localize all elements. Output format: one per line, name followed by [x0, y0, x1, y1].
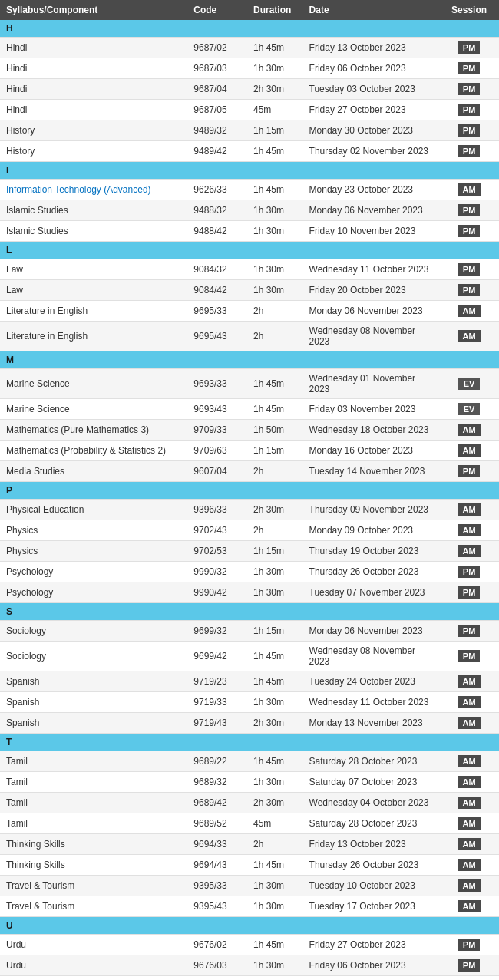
- syllabus-name: Urdu: [0, 935, 187, 955]
- exam-date: Tuesday 07 November 2023: [303, 582, 440, 603]
- syllabus-name: Hindi: [0, 100, 187, 120]
- syllabus-code: 9694/33: [187, 834, 247, 855]
- exam-date: Friday 27 October 2023: [303, 100, 440, 120]
- session-cell: PM: [439, 259, 499, 280]
- session-badge: AM: [458, 675, 481, 688]
- session-cell: EV: [439, 399, 499, 420]
- table-row: Urdu9676/031h 30mFriday 06 October 2023P…: [0, 955, 499, 976]
- table-row: Thinking Skills9694/332hFriday 13 Octobe…: [0, 834, 499, 855]
- section-header-i: I: [0, 162, 499, 180]
- session-badge: PM: [458, 62, 481, 74]
- exam-date: Monday 06 November 2023: [303, 301, 440, 322]
- table-row: Law9084/421h 30mFriday 20 October 2023PM: [0, 280, 499, 301]
- session-cell: PM: [439, 621, 499, 642]
- session-cell: PM: [439, 280, 499, 301]
- exam-date: Friday 03 November 2023: [303, 399, 440, 420]
- syllabus-name: Spanish: [0, 713, 187, 734]
- session-cell: PM: [439, 935, 499, 955]
- syllabus-code: 9676/04: [187, 976, 247, 981]
- section-letter: H: [0, 20, 499, 38]
- exam-duration: 1h 45m: [247, 38, 303, 58]
- exam-duration: 1h 45m: [247, 642, 303, 671]
- session-cell: AM: [439, 441, 499, 461]
- exam-date: Tuesday 10 October 2023: [303, 876, 440, 896]
- syllabus-code: 9084/42: [187, 280, 247, 301]
- syllabus-code: 9396/33: [187, 500, 247, 520]
- exam-duration: 1h 30m: [247, 582, 303, 603]
- exam-duration: 1h 45m: [247, 935, 303, 955]
- exam-duration: 1h 45m: [247, 141, 303, 162]
- table-row: Sociology9699/421h 45mWednesday 08 Novem…: [0, 642, 499, 671]
- session-cell: AM: [439, 834, 499, 855]
- syllabus-code: 9687/04: [187, 79, 247, 100]
- exam-date: Wednesday 04 October 2023: [303, 793, 440, 813]
- exam-duration: 1h 45m: [247, 671, 303, 692]
- session-badge: AM: [458, 545, 481, 557]
- exam-date: Tuesday 03 October 2023: [303, 976, 440, 981]
- session-cell: AM: [439, 541, 499, 562]
- syllabus-code: 9488/42: [187, 221, 247, 242]
- session-cell: PM: [439, 642, 499, 671]
- section-letter: T: [0, 734, 499, 751]
- syllabus-name: Media Studies: [0, 461, 187, 482]
- table-row: Psychology9990/321h 30mThursday 26 Octob…: [0, 562, 499, 582]
- session-badge: AM: [458, 305, 481, 317]
- session-badge: AM: [458, 859, 481, 871]
- table-row: Hindi9687/031h 30mFriday 06 October 2023…: [0, 58, 499, 79]
- session-cell: AM: [439, 692, 499, 713]
- session-cell: AM: [439, 793, 499, 813]
- syllabus-code: 9676/03: [187, 955, 247, 976]
- session-cell: PM: [439, 461, 499, 482]
- table-row: Sociology9699/321h 15mMonday 06 November…: [0, 621, 499, 642]
- table-row: Tamil9689/422h 30mWednesday 04 October 2…: [0, 793, 499, 813]
- section-header-l: L: [0, 242, 499, 259]
- syllabus-name: Travel & Tourism: [0, 896, 187, 917]
- session-cell: AM: [439, 713, 499, 734]
- session-badge: EV: [458, 403, 480, 415]
- syllabus-code: 9689/52: [187, 813, 247, 834]
- syllabus-code: 9699/32: [187, 621, 247, 642]
- session-badge: PM: [458, 650, 481, 662]
- syllabus-name: Physical Education: [0, 500, 187, 520]
- exam-date: Saturday 07 October 2023: [303, 772, 440, 793]
- table-row: Physics9702/531h 15mThursday 19 October …: [0, 541, 499, 562]
- table-row: Hindi9687/0545mFriday 27 October 2023PM: [0, 100, 499, 120]
- header-session: Session: [439, 0, 499, 20]
- syllabus-code: 9489/32: [187, 120, 247, 141]
- exam-date: Friday 13 October 2023: [303, 38, 440, 58]
- session-cell: PM: [439, 120, 499, 141]
- table-row: Islamic Studies9488/321h 30mMonday 06 No…: [0, 200, 499, 221]
- exam-duration: 2h: [247, 322, 303, 351]
- exam-duration: 45m: [247, 100, 303, 120]
- section-header-s: S: [0, 603, 499, 621]
- exam-date: Monday 06 November 2023: [303, 200, 440, 221]
- session-cell: PM: [439, 955, 499, 976]
- exam-duration: 1h 30m: [247, 562, 303, 582]
- session-badge: AM: [458, 900, 481, 912]
- table-row: Travel & Tourism9395/431h 30mTuesday 17 …: [0, 896, 499, 917]
- syllabus-name: History: [0, 141, 187, 162]
- exam-date: Monday 30 October 2023: [303, 120, 440, 141]
- syllabus-name: Spanish: [0, 692, 187, 713]
- syllabus-code: 9689/32: [187, 772, 247, 793]
- exam-date: Thursday 26 October 2023: [303, 855, 440, 876]
- session-badge: PM: [458, 939, 481, 951]
- exam-date: Thursday 26 October 2023: [303, 562, 440, 582]
- exam-duration: 1h 50m: [247, 420, 303, 441]
- section-letter: P: [0, 482, 499, 500]
- session-badge: PM: [458, 959, 481, 972]
- section-header-t: T: [0, 734, 499, 751]
- syllabus-name: Tamil: [0, 772, 187, 793]
- syllabus-name: Urdu: [0, 976, 187, 981]
- syllabus-name: Psychology: [0, 562, 187, 582]
- syllabus-code: 9693/33: [187, 369, 247, 399]
- syllabus-name: History: [0, 120, 187, 141]
- exam-duration: 2h 30m: [247, 500, 303, 520]
- syllabus-code: 9395/33: [187, 876, 247, 896]
- exam-date: Friday 20 October 2023: [303, 280, 440, 301]
- exam-date: Monday 09 October 2023: [303, 520, 440, 541]
- exam-date: Friday 27 October 2023: [303, 935, 440, 955]
- header-duration: Duration: [247, 0, 303, 20]
- syllabus-code: 9699/42: [187, 642, 247, 671]
- exam-date: Wednesday 01 November 2023: [303, 369, 440, 399]
